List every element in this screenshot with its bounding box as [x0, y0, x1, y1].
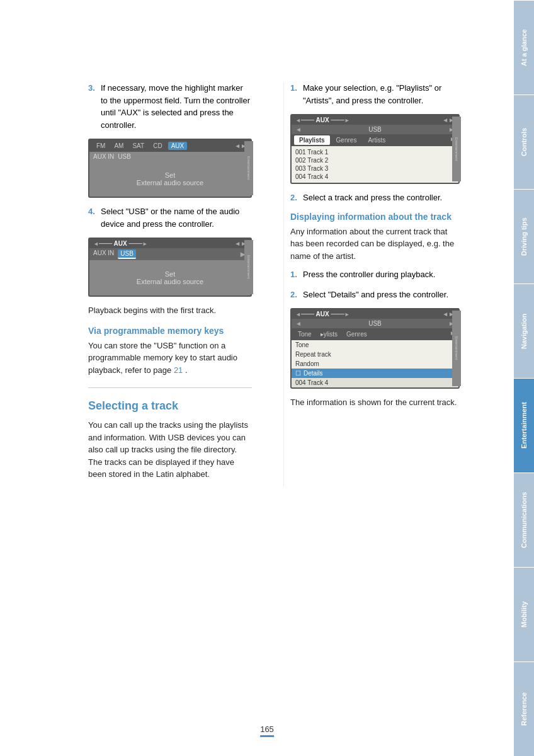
source-bar-1: FM AM SAT CD AUX ◄► — [89, 140, 251, 152]
displaying-step-1-number: 1. — [290, 268, 300, 281]
source-am: AM — [111, 142, 127, 150]
right-column: 1. Make your selection, e.g. "Playlists"… — [283, 82, 460, 487]
right-step-1: 1. Make your selection, e.g. "Playlists"… — [290, 82, 460, 106]
step-4-number: 4. — [88, 205, 98, 230]
sidebar: At a glance Controls Driving tips Naviga… — [514, 0, 534, 756]
screen-4-header: ◄ ─── AUX ─── ► ◄► — [292, 309, 458, 319]
screen-3-tab-genres: Genres — [331, 135, 362, 145]
track-item-2: 002 Track 2 — [295, 156, 455, 164]
screen-3-vert-label: Entertainment — [452, 117, 461, 181]
right-step-1-text: Make your selection, e.g. "Playlists" or… — [303, 82, 460, 106]
sidebar-tab-at-a-glance[interactable]: At a glance — [514, 0, 534, 94]
screen-3-usb-header: ◄ USB ► — [292, 125, 458, 134]
displaying-body: Any information about the current track … — [290, 226, 460, 263]
dropdown-random: Random — [292, 359, 458, 369]
screen-3-wrap: ◄ ─── AUX ─── ► ◄► ◄ USB ► Playlists Gen… — [290, 114, 460, 184]
sidebar-tab-driving-tips[interactable]: Driving tips — [514, 189, 534, 284]
page-number: 165 — [260, 724, 274, 737]
screen-2-left-arrow: ◄ — [93, 241, 99, 247]
screen-2-center-text: Set External audio source — [89, 260, 251, 295]
screen-3-right-arrow: ► — [344, 117, 350, 123]
sidebar-tab-entertainment[interactable]: Entertainment — [514, 378, 534, 472]
screen-2: ◄ ─── AUX ─── ► ◄► AUX IN USB ► Set Exte… — [88, 238, 252, 297]
screen-2-right-arrow: ► — [142, 241, 148, 247]
screen-3-aux-label: ─── AUX ─── — [301, 117, 344, 123]
screen-1-vert-label: Entertainment — [244, 141, 253, 195]
displaying-step-2: 2. Select "Details" and press the contro… — [290, 289, 460, 301]
screen-4-tab-bar: Tone ▸ylists Genres ► — [292, 328, 458, 340]
screen-2-aux-in: AUX IN — [93, 249, 114, 259]
screen-4-partial-tab-3: Genres — [343, 329, 371, 339]
screen-1-wrap: FM AM SAT CD AUX ◄► AUX IN USB Set — [88, 139, 252, 198]
right-step-1-number: 1. — [290, 82, 300, 106]
sidebar-tab-controls[interactable]: Controls — [514, 94, 534, 189]
screen-3-usb-left: ◄ — [295, 126, 302, 133]
displaying-step-1-text: Press the controller during playback. — [303, 268, 460, 281]
screen-2-header: ◄ ─── AUX ─── ► ◄► — [89, 239, 251, 248]
details-check-icon: ☐ — [295, 370, 301, 377]
aux-in-label: AUX IN — [93, 153, 114, 160]
screen-4-wrap: ◄ ─── AUX ─── ► ◄► ◄ USB ► Tone ▸ylists — [290, 308, 460, 389]
screen-1-sub-label: External audio source — [137, 179, 203, 186]
displaying-heading: Displaying information about the track — [290, 212, 460, 222]
screen-3-tab-artists: Artists — [363, 135, 390, 145]
main-content: 3. If necessary, move the highlight mark… — [0, 0, 514, 756]
sidebar-tab-navigation[interactable]: Navigation — [514, 284, 534, 378]
screen-4-aux-label: ─── AUX ─── — [301, 311, 344, 318]
screen-1-center-text: Set External audio source — [89, 161, 251, 197]
via-text-end: . — [185, 365, 188, 375]
screen-2-sub-label: External audio source — [137, 278, 203, 285]
usb-label-1: USB — [118, 153, 131, 160]
displaying-step-2-number: 2. — [290, 289, 300, 301]
screen-2-sub-bar: AUX IN USB ► — [89, 248, 251, 260]
step-3-number: 3. — [88, 82, 98, 131]
source-fm: FM — [93, 142, 108, 150]
top-content-area: 3. If necessary, move the highlight mark… — [88, 82, 495, 487]
left-column: 3. If necessary, move the highlight mark… — [88, 82, 264, 487]
screen-4-partial-tab-1: Tone — [294, 329, 315, 339]
source-sat: SAT — [129, 142, 147, 150]
screen-4-partial-tab-2: ▸ylists — [317, 329, 341, 339]
screen-4-vert-label: Entertainment — [452, 311, 461, 386]
screen-3-usb-label: USB — [368, 126, 382, 133]
source-cd: CD — [150, 142, 165, 150]
screen-3: ◄ ─── AUX ─── ► ◄► ◄ USB ► Playlists Gen… — [290, 114, 460, 184]
screen-4-bottom-track: 004 Track 4 — [292, 378, 458, 387]
source-aux: AUX — [168, 142, 188, 150]
via-heading: Via programmable memory keys — [88, 326, 252, 336]
screen-4-left-arrow: ◄ — [295, 311, 301, 318]
playback-text: Playback begins with the first track. — [88, 304, 252, 317]
track-item-1: 001 Track 1 — [295, 148, 455, 156]
step-3: 3. If necessary, move the highlight mark… — [88, 82, 252, 131]
screen-2-aux-label: ─── AUX ─── — [99, 240, 142, 247]
screen-2-vert-label: Entertainment — [244, 240, 253, 294]
screen-3-header: ◄ ─── AUX ─── ► ◄► — [292, 115, 458, 125]
screen-3-list: 001 Track 1 002 Track 2 003 Track 3 004 … — [292, 146, 458, 183]
screen-1-label: Set — [165, 171, 176, 179]
dropdown-details: ☐Details — [292, 369, 458, 378]
screen-2-set-label: Set — [165, 270, 176, 278]
step-4: 4. Select "USB" or the name of the audio… — [88, 205, 252, 230]
sidebar-tab-communications[interactable]: Communications — [514, 472, 534, 567]
displaying-step-1: 1. Press the controller during playback. — [290, 268, 460, 281]
dropdown-repeat: Repeat track — [292, 350, 458, 359]
screen-2-usb: USB — [118, 249, 136, 259]
info-text: The information is shown for the current… — [290, 396, 460, 409]
via-body: You can store the "USB" function on a pr… — [88, 340, 252, 377]
sidebar-tab-reference[interactable]: Reference — [514, 662, 534, 756]
step-4-text: Select "USB" or the name of the audio de… — [101, 205, 252, 230]
displaying-step-2-text: Select "Details" and press the controlle… — [303, 289, 460, 301]
screen-2-wrap: ◄ ─── AUX ─── ► ◄► AUX IN USB ► Set Exte… — [88, 238, 252, 297]
page-number-value: 165 — [260, 724, 274, 737]
selecting-body: You can call up the tracks using the pla… — [88, 419, 252, 481]
via-link[interactable]: 21 — [174, 365, 183, 375]
via-text: You can store the "USB" function on a pr… — [88, 341, 237, 375]
screen-4-dropdown: Tone Repeat track Random ☐Details — [292, 340, 458, 378]
track-item-3: 003 Track 3 — [295, 164, 455, 173]
dropdown-tone: Tone — [292, 340, 458, 350]
screen-4: ◄ ─── AUX ─── ► ◄► ◄ USB ► Tone ▸ylists — [290, 308, 460, 389]
screen-3-left-arrow: ◄ — [295, 117, 301, 123]
screen-4-usb-label: USB — [368, 320, 382, 327]
selecting-heading: Selecting a track — [88, 399, 252, 413]
sidebar-tab-mobility[interactable]: Mobility — [514, 567, 534, 662]
